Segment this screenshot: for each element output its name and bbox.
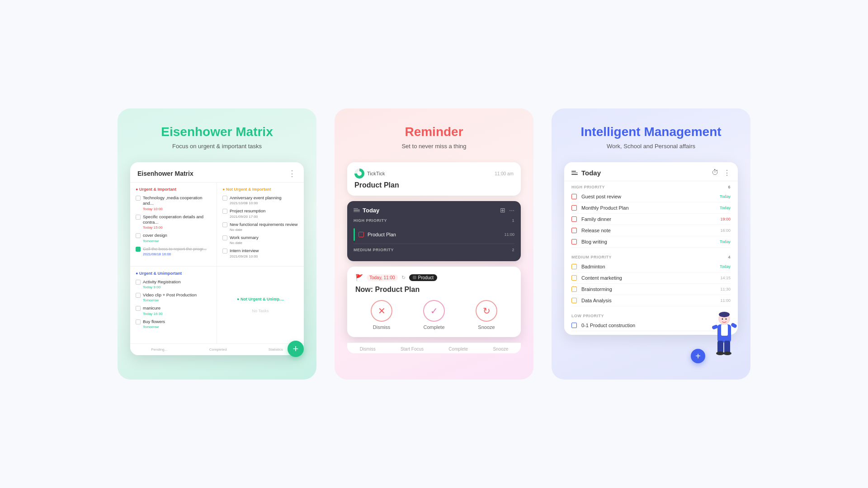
task-checkbox[interactable] [136, 293, 141, 298]
task-date: Today 10:00 [143, 207, 211, 211]
task-name: Intern interview [230, 248, 298, 253]
hamburger-icon[interactable] [571, 171, 578, 175]
more-icon[interactable]: ⋮ [723, 169, 731, 177]
task-date: 2021/09/28 10:00 [230, 254, 298, 258]
add-task-fab[interactable]: + [288, 341, 304, 357]
task-name: cover design [143, 233, 211, 238]
em-task-12: manicure Today 16:30 [136, 305, 211, 315]
dismiss-action[interactable]: ✕ Dismiss [371, 300, 392, 330]
im-task-blog-writing[interactable]: Blog writing Today [571, 236, 731, 248]
em-task-7: New functional requirements review No da… [222, 222, 298, 232]
complete-action[interactable]: ✓ Complete [423, 300, 445, 330]
task-name: Activity Registration [143, 279, 211, 285]
task-name: Family dinner [581, 216, 716, 222]
medium-count: 4 [728, 255, 731, 259]
task-checkbox[interactable] [222, 222, 227, 227]
more-icon[interactable]: ⋮ [288, 169, 297, 178]
alert-actions: ✕ Dismiss ✓ Complete ↻ Snooze [355, 300, 513, 330]
task-product-plan[interactable]: Product Plan 11:00 [354, 225, 514, 244]
bottom-snooze[interactable]: Snooze [493, 347, 508, 352]
snooze-circle[interactable]: ↻ [476, 300, 497, 322]
task-checkbox[interactable] [571, 275, 577, 281]
task-time: 16:00 [720, 228, 731, 233]
im-task-release-note[interactable]: Release note 16:00 [571, 225, 731, 236]
task-time: Today [720, 239, 731, 244]
task-checkbox[interactable] [222, 196, 227, 201]
task-checkbox[interactable] [222, 209, 227, 214]
bottom-start-focus[interactable]: Start Focus [401, 347, 424, 352]
flag-icon: 🚩 [355, 274, 363, 281]
task-name: New functional requirements review [230, 222, 298, 227]
task-checkbox[interactable] [359, 232, 364, 237]
eisenhower-phone: Eisenhower Matrix ⋮ ● Urgent & Important… [130, 162, 304, 355]
task-checkbox[interactable] [136, 280, 141, 285]
reminder-card: Reminder Set to never miss a thing TickT… [335, 108, 533, 380]
task-checkbox[interactable] [222, 235, 227, 240]
task-time: 11:00 [720, 298, 731, 303]
task-name: manicure [143, 305, 211, 311]
task-time: Today [720, 264, 731, 269]
dismiss-circle[interactable]: ✕ [371, 300, 392, 322]
task-checkbox[interactable] [571, 323, 577, 328]
bottom-complete[interactable]: Complete [448, 347, 468, 352]
hamburger-icon[interactable] [354, 208, 360, 212]
card2-subtitle: Set to never miss a thing [401, 143, 466, 150]
task-checkbox[interactable] [571, 216, 577, 222]
quadrant-urgent-unimportant: ● Urgent & Unimportant Activity Registra… [130, 267, 217, 343]
today-dark-card: Today ⊞ ··· HIGH PRIORITY 1 Pr [347, 201, 521, 261]
high-count: 6 [728, 185, 731, 189]
task-name: Project resumption [230, 208, 298, 214]
svg-rect-5 [731, 323, 737, 328]
medium-priority-section: MEDIUM PRIORITY 4 Badminton Today Conten… [564, 251, 738, 310]
task-checkbox[interactable] [136, 196, 141, 201]
task-checkbox[interactable] [571, 194, 577, 199]
complete-circle[interactable]: ✓ [423, 300, 445, 322]
task-checkbox[interactable] [571, 264, 577, 269]
im-task-guest-post[interactable]: Guest post review Today [571, 191, 731, 202]
task-name: Brainstorming [581, 286, 716, 292]
em-task-2: Specific cooperation details and contra.… [136, 214, 211, 230]
task-checkbox[interactable] [571, 286, 577, 292]
bottom-stats[interactable]: Statistics [269, 347, 283, 352]
im-task-badminton[interactable]: Badminton Today [571, 261, 731, 272]
high-priority-label: HIGH PRIORITY 1 [354, 218, 514, 223]
task-checkbox[interactable] [222, 249, 227, 253]
task-checkbox[interactable] [136, 215, 141, 220]
task-checkbox[interactable] [136, 233, 141, 238]
task-checkbox[interactable] [571, 298, 577, 303]
intelligent-phone: Today ⏱ ⋮ HIGH PRIORITY 6 Guest post rev… [564, 162, 738, 335]
bottom-completed[interactable]: Completed [209, 347, 227, 352]
task-name: Technology ,media cooperation and... [143, 195, 211, 206]
no-tasks-label: No Tasks [252, 309, 269, 313]
task-checkbox[interactable] [571, 205, 577, 211]
product-dot [413, 276, 416, 279]
task-checkbox[interactable] [571, 228, 577, 233]
task-checkbox[interactable] [136, 247, 141, 252]
im-task-product-construction[interactable]: 0-1 Product construction [571, 320, 731, 331]
add-task-fab[interactable]: + [691, 349, 705, 363]
bottom-dismiss[interactable]: Dismiss [360, 347, 376, 352]
clock-icon[interactable]: ⏱ [712, 169, 719, 177]
em-task-3: cover design Tomorrow [136, 233, 211, 243]
card3-subtitle: Work, School and Personal affairs [607, 143, 695, 150]
snooze-action[interactable]: ↻ Snooze [476, 300, 497, 330]
task-checkbox[interactable] [571, 239, 577, 244]
im-task-data-analysis[interactable]: Data Analysis 11:00 [571, 295, 731, 306]
em-task-6: Project resumption 2021/09/20 17:00 [222, 208, 298, 218]
im-task-brainstorming[interactable]: Brainstorming 11:30 [571, 284, 731, 295]
quadrant-not-urgent-important: ● Not Urgent & Important Anniversary eve… [217, 183, 304, 267]
bottom-pending[interactable]: Pending... [151, 347, 167, 352]
task-checkbox[interactable] [136, 306, 141, 311]
quadrant-urgent-important: ● Urgent & Important Technology ,media c… [130, 183, 217, 267]
dismiss-label: Dismiss [373, 324, 391, 330]
grid-icon[interactable]: ⊞ [500, 206, 505, 214]
task-checkbox[interactable] [136, 319, 141, 324]
task-name-dark: Product Plan [368, 232, 500, 237]
more-icon[interactable]: ··· [509, 206, 514, 214]
im-task-content-marketing[interactable]: Content marketing 14:15 [571, 272, 731, 284]
im-task-monthly-product[interactable]: Monthly Product Plan Today [571, 202, 731, 214]
high-priority-section: HIGH PRIORITY 1 Product Plan 11:00 [354, 218, 514, 244]
task-date: No date [230, 228, 298, 232]
card1-title: Eisenhower Matrix [161, 125, 273, 139]
im-task-family-dinner[interactable]: Family dinner 19:00 [571, 214, 731, 225]
